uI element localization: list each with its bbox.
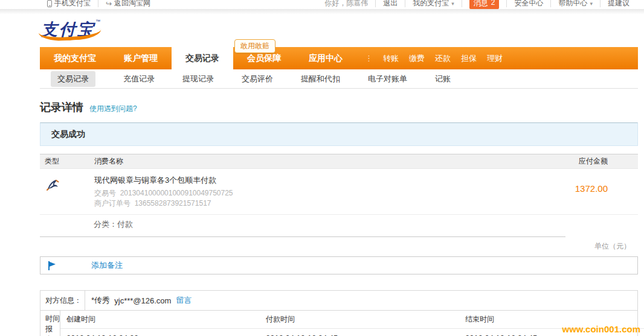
usage-problem-link[interactable]: 使用遇到问题? (89, 104, 137, 114)
chevron-down-icon: ▾ (590, 1, 593, 7)
member-protection-tooltip: 敢用敢赔 (234, 39, 275, 53)
transaction-status-banner: 交易成功 (40, 122, 638, 146)
transaction-type-cell (40, 175, 94, 209)
security-center-link[interactable]: 安全中心 (507, 0, 550, 8)
back-to-taobao-link[interactable]: ↪ 返回淘宝网 (98, 0, 158, 8)
counterparty-value: *传秀 yjc***@126.com 留言 (85, 291, 637, 310)
paid-time-header: 付款时间 (260, 311, 459, 328)
trade-number-value: 2013041000001000910049750725 (120, 189, 233, 197)
return-arrow-icon: ↪ (106, 0, 112, 8)
sub-navigation: 交易记录 充值记录 提现记录 交易评价 提醒和代扣 电子对账单 记账 (40, 69, 638, 89)
time-report-row: 时间报告： 创建时间 付款时间 结束时间 2013.04.10 16:34:33… (40, 310, 637, 336)
quick-link-pay-bills[interactable]: 缴费 (409, 53, 425, 64)
merchant-order-value: 1365582873921571517 (135, 199, 211, 208)
time-headers: 创建时间 付款时间 结束时间 (60, 311, 644, 329)
trademark-mark: ™ (95, 19, 100, 24)
add-note-box: 添加备注 (40, 256, 638, 274)
my-alipay-label: 我的支付宝 (413, 0, 449, 8)
add-note-link[interactable]: 添加备注 (91, 260, 123, 271)
page-title: 记录详情 (40, 100, 83, 115)
header-logo-row: 支付宝™ (40, 19, 638, 47)
back-to-taobao-label: 返回淘宝网 (114, 0, 150, 8)
message-count: 2 (491, 0, 495, 8)
time-report-grid: 创建时间 付款时间 结束时间 2013.04.10 16:34:33 2013.… (60, 311, 644, 336)
help-center-label: 帮助中心 (558, 0, 587, 8)
alipay-transaction-detail-page: 手机支付宝 ↪ 返回淘宝网 你好，陈嘉伟 退出 我的支付宝 ▾ (0, 0, 644, 336)
top-utility-bar: 手机支付宝 ↪ 返回淘宝网 你好，陈嘉伟 退出 我的支付宝 ▾ (0, 0, 644, 9)
time-values: 2013.04.10 16:34:33 2013.04.10 16:34:45 … (60, 329, 644, 336)
alipay-logo[interactable]: 支付宝™ (41, 19, 100, 40)
quick-link-transfer[interactable]: 转账 (383, 53, 399, 64)
tab-account-management[interactable]: 账户管理 (110, 47, 172, 69)
message-badge[interactable]: 消息2 (469, 0, 500, 9)
header-amount: 应付金额 (538, 156, 638, 166)
logout-link[interactable]: 退出 (376, 0, 405, 8)
quick-link-finance[interactable]: 理财 (487, 53, 503, 64)
topbar-shadow (0, 9, 644, 14)
subnav-recharge-records[interactable]: 充值记录 (123, 74, 155, 84)
merchant-order-label: 商户订单号 (94, 199, 130, 208)
created-time-value: 2013.04.10 16:34:33 (60, 329, 260, 336)
chevron-down-icon: ▾ (451, 1, 454, 7)
tab-app-center[interactable]: 应用中心 (295, 47, 356, 69)
dots-separator-icon: ⋮ (365, 54, 373, 63)
time-report-label: 时间报告： (40, 311, 60, 336)
quick-link-guarantee[interactable]: 担保 (461, 53, 477, 64)
message-menu[interactable]: 消息2 (462, 0, 507, 9)
subnav-transaction-reviews[interactable]: 交易评价 (242, 74, 273, 84)
subnav-withdrawal-records[interactable]: 提现记录 (182, 74, 214, 84)
transaction-row: 现代网银章与铜章各3个包顺丰付款 交易号 2013041000001000910… (40, 169, 638, 215)
transaction-name[interactable]: 现代网银章与铜章各3个包顺丰付款 (94, 175, 538, 186)
transaction-table: 类型 消费名称 应付金额 现代网银章与铜章各3个包顺丰付款 交易号 201304… (40, 154, 638, 252)
amount-unit-note: 单位（元） (40, 237, 638, 252)
paid-time-value: 2013.04.10 16:34:45 (260, 329, 459, 336)
title-row: 记录详情 使用遇到问题? (40, 100, 638, 115)
subnav-bookkeeping[interactable]: 记账 (435, 74, 451, 84)
suggestion-link[interactable]: 提建议 (601, 0, 637, 8)
topbar-left: 手机支付宝 ↪ 返回淘宝网 (40, 0, 158, 8)
mobile-alipay-label: 手机支付宝 (54, 0, 91, 8)
trade-number-label: 交易号 (94, 189, 116, 197)
trade-number-line: 交易号 2013041000001000910049750725 (94, 188, 538, 198)
header-type: 类型 (40, 156, 94, 166)
details-table: 对方信息： *传秀 yjc***@126.com 留言 时间报告： 创建时间 付… (40, 290, 638, 336)
transaction-name-cell: 现代网银章与铜章各3个包顺丰付款 交易号 2013041000001000910… (94, 175, 538, 209)
main-navigation: 敢用敢赔 我的支付宝 账户管理 交易记录 会员保障 应用中心 ⋮ 转账 缴费 还… (40, 47, 638, 69)
tab-my-alipay[interactable]: 我的支付宝 (40, 47, 110, 69)
mobile-phone-icon (47, 0, 52, 7)
site-watermark: www.coin001.com (562, 324, 641, 334)
counterparty-label: 对方信息： (40, 291, 85, 310)
mobile-alipay-link[interactable]: 手机支付宝 (40, 0, 98, 8)
swallow-icon (46, 179, 60, 192)
subnav-transaction-records[interactable]: 交易记录 (51, 71, 95, 87)
subnav-reminders-withholding[interactable]: 提醒和代扣 (301, 74, 340, 84)
nav-quick-links: ⋮ 转账 缴费 还款 担保 理财 (365, 47, 503, 69)
help-center-menu[interactable]: 帮助中心 ▾ (551, 0, 600, 8)
my-alipay-menu[interactable]: 我的支付宝 ▾ (405, 0, 462, 8)
merchant-order-line: 商户订单号 1365582873921571517 (94, 198, 538, 209)
created-time-header: 创建时间 (60, 311, 260, 328)
counterparty-email: yjc***@126.com (114, 296, 171, 305)
counterparty-name: *传秀 (91, 295, 110, 306)
message-label: 消息 (474, 0, 488, 8)
leave-message-link[interactable]: 留言 (176, 295, 192, 306)
topbar-right: 你好，陈嘉伟 退出 我的支付宝 ▾ 消息2 安全中心 帮助中心 ▾ (317, 0, 637, 9)
user-greeting: 你好，陈嘉伟 (317, 0, 375, 8)
header-name: 消费名称 (94, 156, 538, 166)
subnav-e-statement[interactable]: 电子对账单 (368, 74, 407, 84)
transaction-category: 分类：付款 (40, 215, 565, 237)
quick-link-repay[interactable]: 还款 (435, 53, 451, 64)
flag-icon (48, 261, 57, 271)
transaction-amount: 1372.00 (538, 175, 638, 209)
transaction-table-header: 类型 消费名称 应付金额 (40, 154, 638, 169)
counterparty-row: 对方信息： *传秀 yjc***@126.com 留言 (40, 291, 637, 310)
tab-transaction-records[interactable]: 交易记录 (172, 47, 233, 69)
